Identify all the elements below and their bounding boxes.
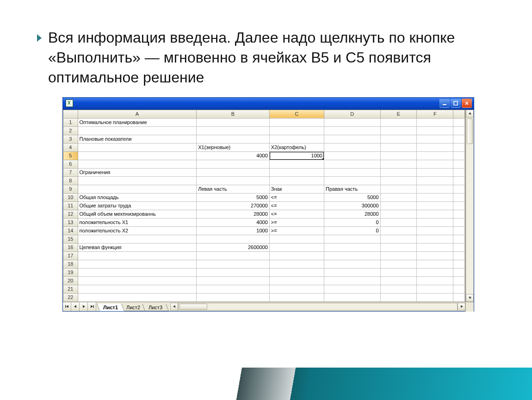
row-header[interactable]: 2: [63, 126, 78, 135]
scroll-left-button[interactable]: [170, 303, 178, 311]
svg-marker-4: [469, 112, 471, 114]
cell[interactable]: положительность X2: [78, 226, 197, 235]
close-button[interactable]: [462, 99, 472, 108]
cell[interactable]: >=: [269, 218, 324, 226]
sheet-tab-nav: [63, 302, 96, 311]
col-header-A[interactable]: A: [78, 110, 197, 118]
svg-marker-8: [74, 305, 76, 308]
scroll-thumb[interactable]: [467, 119, 473, 144]
cell[interactable]: Плановые показатели: [78, 135, 197, 143]
row-header[interactable]: 7: [63, 168, 78, 176]
cell[interactable]: 4000: [197, 218, 270, 226]
col-header-C[interactable]: C: [269, 110, 324, 118]
cell[interactable]: Оптимальное планирование: [78, 118, 197, 126]
svg-marker-6: [66, 305, 68, 308]
slide-decor: [0, 368, 532, 400]
col-header-F[interactable]: F: [417, 110, 453, 118]
col-header-extra[interactable]: [453, 110, 465, 118]
cell[interactable]: 28000: [197, 210, 270, 218]
cell[interactable]: Общий объем мехпнизированнь: [78, 210, 197, 218]
scroll-up-button[interactable]: [466, 110, 474, 118]
tab-nav-next[interactable]: [80, 302, 88, 311]
bullet-arrow-icon: [37, 34, 42, 42]
cell[interactable]: 270000: [197, 201, 270, 210]
cell[interactable]: 300000: [324, 201, 381, 210]
cell[interactable]: Общая площадь: [78, 193, 197, 201]
row-header[interactable]: 8: [63, 176, 78, 185]
row-header[interactable]: 18: [63, 260, 78, 268]
row-header[interactable]: 6: [63, 160, 78, 168]
titlebar[interactable]: [63, 98, 474, 110]
resize-grip[interactable]: [465, 302, 474, 312]
cell[interactable]: Ограничения: [78, 168, 197, 176]
cell[interactable]: Левая часть: [197, 185, 270, 193]
cell[interactable]: >=: [269, 226, 324, 235]
cell[interactable]: <=: [269, 193, 324, 201]
cell[interactable]: 2600000: [197, 243, 270, 251]
scroll-down-button[interactable]: [466, 294, 474, 302]
excel-app-icon: [66, 100, 73, 107]
cell[interactable]: 5000: [197, 193, 270, 201]
svg-rect-11: [93, 305, 94, 308]
svg-marker-13: [461, 305, 463, 308]
row-header[interactable]: 15: [63, 235, 78, 243]
cell-active[interactable]: 1000: [269, 151, 324, 160]
cell[interactable]: 1000: [197, 226, 270, 235]
cell[interactable]: <=: [269, 201, 324, 210]
horizontal-scrollbar[interactable]: [170, 302, 465, 311]
svg-marker-9: [83, 305, 85, 308]
bullet-text: Вся информация введена. Далее надо щелкн…: [48, 28, 464, 88]
col-header-D[interactable]: D: [324, 110, 381, 118]
row-header[interactable]: 5: [63, 151, 78, 160]
row-header[interactable]: 17: [63, 251, 78, 260]
tab-nav-last[interactable]: [88, 302, 96, 311]
spreadsheet-grid[interactable]: A B C D E F 1 Оптимальное планирование 2: [63, 110, 465, 302]
svg-rect-0: [443, 104, 446, 105]
svg-rect-1: [454, 101, 458, 105]
select-all-corner[interactable]: [63, 110, 78, 118]
cell[interactable]: Общие затраты труда: [78, 201, 197, 210]
row-header[interactable]: 11: [63, 201, 78, 210]
svg-marker-10: [91, 305, 93, 308]
row-header[interactable]: 12: [63, 210, 78, 218]
tab-nav-prev[interactable]: [71, 302, 80, 311]
cell[interactable]: положительность X1: [78, 218, 197, 226]
cell[interactable]: 0: [324, 226, 381, 235]
cell[interactable]: Знак: [269, 185, 324, 193]
row-header[interactable]: 14: [63, 226, 78, 235]
col-header-E[interactable]: E: [380, 110, 417, 118]
svg-rect-7: [65, 305, 66, 308]
row-header[interactable]: 1: [63, 118, 78, 126]
vertical-scrollbar[interactable]: [465, 110, 474, 302]
sheet-tab[interactable]: Лист3: [142, 304, 169, 311]
cell[interactable]: X2(картофель): [269, 143, 324, 151]
row-header[interactable]: 9: [63, 185, 78, 193]
svg-marker-5: [469, 297, 471, 299]
cell[interactable]: 5000: [324, 193, 381, 201]
excel-window: A B C D E F 1 Оптимальное планирование 2: [62, 97, 474, 312]
row-header[interactable]: 16: [63, 243, 78, 251]
row-header[interactable]: 21: [63, 285, 78, 293]
cell[interactable]: <=: [269, 210, 324, 218]
col-header-B[interactable]: B: [197, 110, 270, 118]
scroll-thumb[interactable]: [179, 304, 207, 310]
cell[interactable]: Целевая функция: [78, 243, 197, 251]
sheet-tab[interactable]: Лист1: [97, 304, 124, 311]
row-header[interactable]: 3: [63, 135, 78, 143]
maximize-button[interactable]: [451, 99, 461, 108]
cell[interactable]: Правая часть: [324, 185, 381, 193]
row-header[interactable]: 13: [63, 218, 78, 226]
svg-marker-12: [173, 305, 175, 308]
cell[interactable]: 4000: [197, 151, 270, 160]
scroll-right-button[interactable]: [458, 303, 465, 311]
cell[interactable]: 0: [324, 218, 381, 226]
row-header[interactable]: 10: [63, 193, 78, 201]
minimize-button[interactable]: [439, 99, 450, 108]
cell[interactable]: X1(зерновые): [197, 143, 270, 151]
row-header[interactable]: 22: [63, 293, 78, 301]
cell[interactable]: 28000: [324, 210, 381, 218]
tab-nav-first[interactable]: [63, 302, 71, 311]
row-header[interactable]: 19: [63, 268, 78, 276]
row-header[interactable]: 20: [63, 276, 78, 285]
row-header[interactable]: 4: [63, 143, 78, 151]
